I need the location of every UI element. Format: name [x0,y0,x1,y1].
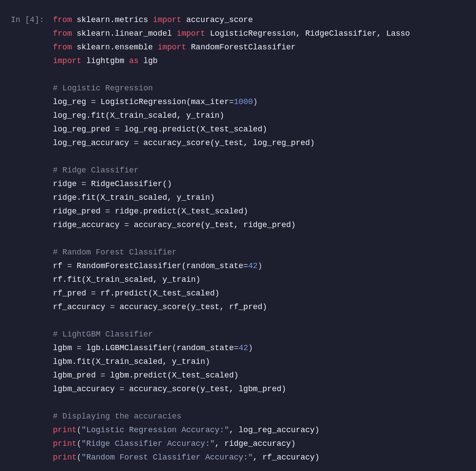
code-token: = [100,371,110,380]
notebook-cell: In [4]: from sklearn.metrics import accu… [0,0,476,471]
code-token: rf_pred [53,289,91,298]
code-token: rf_accuracy [53,303,110,311]
code-token: log_reg_accuracy [53,138,134,147]
code-editor[interactable]: from sklearn.metrics import accuracy_sco… [53,13,469,464]
code-token: # Ridge Classifier [53,166,138,175]
code-line[interactable]: print("Random Forest Classifier Accuracy… [53,451,469,464]
code-line[interactable]: rf_pred = rf.predict(X_test_scaled) [53,287,469,300]
code-token: lgb [143,56,157,65]
code-token: rf.fit(X_train_scaled, y_train) [53,275,201,284]
code-line[interactable]: ridge_accuracy = accuracy_score(y_test, … [53,218,469,232]
code-token: ridge.fit(X_train_scaled, y_train) [53,193,215,202]
code-line[interactable]: rf = RandomForestClassifier(random_state… [53,259,469,273]
code-token: LogisticRegression, RidgeClassifier, Las… [210,29,410,38]
code-token: = [105,207,115,216]
code-line[interactable]: ridge.fit(X_train_scaled, y_train) [53,191,469,205]
code-token: rf.predict(X_test_scaled) [100,289,219,298]
code-token: log_reg [53,97,91,106]
code-token: accuracy_score(y_test, log_reg_pred) [143,138,315,147]
code-line[interactable]: import lightgbm as lgb [53,54,469,68]
code-token: , rf_accuracy) [253,453,320,462]
code-token: from [53,29,77,38]
code-line[interactable]: print("Logistic Regression Accuracy:", l… [53,423,469,437]
code-token: = [119,385,129,393]
code-token: sklearn.ensemble [77,43,158,52]
code-token: "Logistic Regression Accuracy:" [82,426,229,434]
code-token: RandomForestClassifier [191,43,296,52]
code-token: lgbm.predict(X_test_scaled) [110,371,239,380]
code-token: accuracy_score(y_test, rf_pred) [119,303,267,311]
code-token: ridge [53,179,82,188]
code-line[interactable]: ridge_pred = ridge.predict(X_test_scaled… [53,205,469,218]
code-token: = [82,179,91,188]
code-line[interactable]: log_reg_accuracy = accuracy_score(y_test… [53,136,469,150]
code-token: import [177,29,210,38]
code-line[interactable] [53,232,469,246]
code-line[interactable]: # Logistic Regression [53,82,469,95]
code-token: ( [77,426,82,434]
code-line[interactable]: print("Ridge Classifier Accuracy:", ridg… [53,437,469,451]
code-token: = [67,262,77,270]
code-token: ) [253,97,258,106]
code-token: , log_reg_accuracy) [229,426,320,434]
code-line[interactable]: lgbm.fit(X_train_scaled, y_train) [53,355,469,369]
code-line[interactable]: from sklearn.ensemble import RandomFores… [53,41,469,54]
code-line[interactable]: # Random Forest Classifier [53,246,469,259]
code-token: import [158,43,191,52]
code-token: from [53,15,77,24]
code-token: # Displaying the accuracies [53,412,182,421]
code-line[interactable]: log_reg.fit(X_train_scaled, y_train) [53,109,469,123]
code-token: 42 [248,262,258,270]
code-token: lgbm [53,344,77,352]
code-token: accuracy_score(y_test, lgbm_pred) [129,385,286,393]
code-token: log_reg.predict(X_test_scaled) [124,125,267,134]
code-token: = [124,221,134,229]
code-token: = [243,262,248,270]
code-token: ridge_pred [53,207,105,216]
code-token: = [77,344,86,352]
code-line[interactable]: from sklearn.linear_model import Logisti… [53,27,469,41]
code-token: ridge.predict(X_test_scaled) [115,207,248,216]
code-line[interactable]: lgbm_accuracy = accuracy_score(y_test, l… [53,382,469,396]
code-token: # Random Forest Classifier [53,248,177,257]
code-line[interactable]: lgbm = lgb.LGBMClassifier(random_state=4… [53,341,469,355]
code-line[interactable]: from sklearn.metrics import accuracy_sco… [53,13,469,27]
code-cell[interactable]: In [4]: from sklearn.metrics import accu… [7,13,469,464]
code-line[interactable] [53,68,469,82]
code-token: 42 [238,344,248,352]
code-line[interactable]: lgbm_pred = lgbm.predict(X_test_scaled) [53,369,469,382]
code-line[interactable]: log_reg_pred = log_reg.predict(X_test_sc… [53,123,469,136]
code-token: print [53,439,77,448]
code-token: = [234,344,238,352]
code-token: from [53,43,77,52]
code-line[interactable]: # Displaying the accuracies [53,410,469,423]
code-token: ) [258,262,263,270]
code-token: import [53,56,86,65]
code-line[interactable] [53,396,469,410]
code-token: rf [53,262,67,270]
code-token: LogisticRegression(max_iter [100,97,229,106]
code-token: accuracy_score(y_test, ridge_pred) [134,221,296,229]
code-token: = [91,97,100,106]
code-line[interactable]: ridge = RidgeClassifier() [53,177,469,191]
code-token: "Ridge Classifier Accuracy:" [82,439,215,448]
code-line[interactable] [53,150,469,164]
code-token: ( [77,453,82,462]
code-token: RidgeClassifier() [91,179,172,188]
code-line[interactable]: log_reg = LogisticRegression(max_iter=10… [53,95,469,109]
code-token: "Random Forest Classifier Accuracy:" [82,453,253,462]
code-token: as [129,56,143,65]
code-token: = [91,289,100,298]
code-token: log_reg_pred [53,125,115,134]
code-line[interactable]: # LightGBM Classifier [53,328,469,341]
code-token: # Logistic Regression [53,84,153,93]
code-token: import [153,15,186,24]
code-token: print [53,426,77,434]
code-line[interactable]: # Ridge Classifier [53,164,469,177]
code-line[interactable]: rf_accuracy = accuracy_score(y_test, rf_… [53,300,469,314]
code-token: sklearn.linear_model [77,29,177,38]
code-token: lgbm_pred [53,371,100,380]
code-line[interactable] [53,314,469,328]
code-line[interactable]: rf.fit(X_train_scaled, y_train) [53,273,469,287]
code-token: log_reg.fit(X_train_scaled, y_train) [53,111,224,120]
